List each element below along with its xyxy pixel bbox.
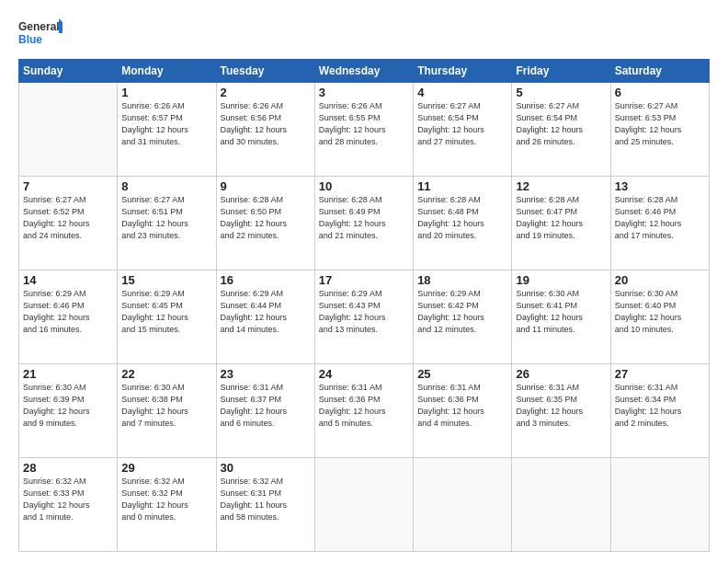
col-header-sunday: Sunday (19, 60, 118, 83)
cell-info: Sunrise: 6:28 AMSunset: 6:50 PMDaylight:… (221, 194, 311, 242)
cell-info: Sunrise: 6:30 AMSunset: 6:41 PMDaylight:… (516, 288, 606, 336)
calendar-cell: 24Sunrise: 6:31 AMSunset: 6:36 PMDayligh… (314, 364, 413, 458)
col-header-saturday: Saturday (610, 60, 709, 83)
calendar-cell (414, 458, 512, 552)
cell-info: Sunrise: 6:32 AMSunset: 6:31 PMDaylight:… (221, 476, 311, 523)
calendar-cell (314, 458, 413, 552)
cell-info: Sunrise: 6:31 AMSunset: 6:37 PMDaylight:… (221, 382, 311, 430)
cell-info: Sunrise: 6:27 AMSunset: 6:54 PMDaylight:… (516, 100, 606, 148)
cell-info: Sunrise: 6:30 AMSunset: 6:39 PMDaylight:… (23, 382, 113, 430)
day-number: 29 (121, 461, 211, 475)
calendar-cell: 15Sunrise: 6:29 AMSunset: 6:45 PMDayligh… (118, 270, 216, 364)
cell-info: Sunrise: 6:29 AMSunset: 6:46 PMDaylight:… (23, 288, 113, 336)
cell-info: Sunrise: 6:31 AMSunset: 6:34 PMDaylight:… (615, 382, 705, 430)
calendar-cell: 17Sunrise: 6:29 AMSunset: 6:43 PMDayligh… (314, 270, 413, 364)
calendar-cell: 29Sunrise: 6:32 AMSunset: 6:32 PMDayligh… (118, 458, 216, 552)
day-number: 25 (417, 367, 507, 381)
day-number: 28 (23, 461, 113, 475)
day-number: 22 (121, 367, 211, 381)
day-number: 26 (516, 367, 606, 381)
day-number: 17 (319, 273, 409, 287)
header: General Blue (18, 17, 710, 50)
calendar-cell (19, 83, 118, 177)
cell-info: Sunrise: 6:27 AMSunset: 6:51 PMDaylight:… (121, 194, 211, 242)
calendar-cell: 22Sunrise: 6:30 AMSunset: 6:38 PMDayligh… (118, 364, 216, 458)
calendar-cell: 23Sunrise: 6:31 AMSunset: 6:37 PMDayligh… (216, 364, 314, 458)
day-number: 12 (516, 179, 606, 193)
calendar-cell: 4Sunrise: 6:27 AMSunset: 6:54 PMDaylight… (414, 83, 512, 177)
calendar-cell: 7Sunrise: 6:27 AMSunset: 6:52 PMDaylight… (19, 177, 118, 270)
cell-info: Sunrise: 6:28 AMSunset: 6:49 PMDaylight:… (319, 194, 409, 242)
calendar-week-4: 21Sunrise: 6:30 AMSunset: 6:39 PMDayligh… (19, 364, 710, 458)
day-number: 11 (417, 179, 507, 193)
cell-info: Sunrise: 6:30 AMSunset: 6:38 PMDaylight:… (121, 382, 211, 430)
calendar-cell: 2Sunrise: 6:26 AMSunset: 6:56 PMDaylight… (216, 83, 314, 177)
col-header-monday: Monday (118, 60, 216, 83)
day-number: 13 (615, 179, 705, 193)
day-number: 5 (516, 86, 606, 99)
day-number: 9 (221, 179, 311, 193)
col-header-friday: Friday (512, 60, 610, 83)
col-header-thursday: Thursday (414, 60, 512, 83)
calendar-cell: 30Sunrise: 6:32 AMSunset: 6:31 PMDayligh… (216, 458, 314, 552)
cell-info: Sunrise: 6:27 AMSunset: 6:54 PMDaylight:… (417, 100, 507, 148)
calendar-cell: 5Sunrise: 6:27 AMSunset: 6:54 PMDaylight… (512, 83, 610, 177)
calendar-week-1: 1Sunrise: 6:26 AMSunset: 6:57 PMDaylight… (19, 83, 710, 177)
day-number: 16 (221, 273, 311, 287)
day-number: 2 (221, 86, 311, 99)
svg-marker-2 (59, 18, 64, 33)
day-number: 4 (417, 86, 507, 99)
calendar-cell: 3Sunrise: 6:26 AMSunset: 6:55 PMDaylight… (314, 83, 413, 177)
day-number: 3 (319, 86, 409, 99)
calendar-cell (610, 458, 709, 552)
calendar-cell: 18Sunrise: 6:29 AMSunset: 6:42 PMDayligh… (414, 270, 512, 364)
day-number: 20 (615, 273, 705, 287)
calendar-cell: 14Sunrise: 6:29 AMSunset: 6:46 PMDayligh… (19, 270, 118, 364)
cell-info: Sunrise: 6:30 AMSunset: 6:40 PMDaylight:… (615, 288, 705, 336)
calendar-cell: 16Sunrise: 6:29 AMSunset: 6:44 PMDayligh… (216, 270, 314, 364)
svg-text:Blue: Blue (18, 33, 42, 46)
day-number: 27 (615, 367, 705, 381)
cell-info: Sunrise: 6:29 AMSunset: 6:43 PMDaylight:… (319, 288, 409, 336)
calendar-cell: 20Sunrise: 6:30 AMSunset: 6:40 PMDayligh… (610, 270, 709, 364)
cell-info: Sunrise: 6:31 AMSunset: 6:35 PMDaylight:… (516, 382, 606, 430)
calendar-cell: 6Sunrise: 6:27 AMSunset: 6:53 PMDaylight… (610, 83, 709, 177)
cell-info: Sunrise: 6:26 AMSunset: 6:55 PMDaylight:… (319, 100, 409, 148)
day-number: 7 (23, 179, 113, 193)
day-number: 23 (221, 367, 311, 381)
calendar-cell: 10Sunrise: 6:28 AMSunset: 6:49 PMDayligh… (314, 177, 413, 270)
cell-info: Sunrise: 6:28 AMSunset: 6:48 PMDaylight:… (417, 194, 507, 242)
day-number: 10 (319, 179, 409, 193)
calendar-cell: 8Sunrise: 6:27 AMSunset: 6:51 PMDaylight… (118, 177, 216, 270)
cell-info: Sunrise: 6:31 AMSunset: 6:36 PMDaylight:… (417, 382, 507, 430)
cell-info: Sunrise: 6:26 AMSunset: 6:57 PMDaylight:… (121, 100, 211, 148)
calendar-cell: 19Sunrise: 6:30 AMSunset: 6:41 PMDayligh… (512, 270, 610, 364)
day-number: 30 (221, 461, 311, 475)
cell-info: Sunrise: 6:26 AMSunset: 6:56 PMDaylight:… (221, 100, 311, 148)
calendar-cell: 12Sunrise: 6:28 AMSunset: 6:47 PMDayligh… (512, 177, 610, 270)
calendar-cell: 11Sunrise: 6:28 AMSunset: 6:48 PMDayligh… (414, 177, 512, 270)
cell-info: Sunrise: 6:32 AMSunset: 6:32 PMDaylight:… (121, 476, 211, 523)
day-number: 18 (417, 273, 507, 287)
cell-info: Sunrise: 6:28 AMSunset: 6:47 PMDaylight:… (516, 194, 606, 242)
cell-info: Sunrise: 6:27 AMSunset: 6:52 PMDaylight:… (23, 194, 113, 242)
calendar-cell: 13Sunrise: 6:28 AMSunset: 6:46 PMDayligh… (610, 177, 709, 270)
cell-info: Sunrise: 6:28 AMSunset: 6:46 PMDaylight:… (615, 194, 705, 242)
logo-svg: General Blue (18, 17, 64, 50)
logo: General Blue (18, 17, 64, 50)
cell-info: Sunrise: 6:32 AMSunset: 6:33 PMDaylight:… (23, 476, 113, 523)
col-header-tuesday: Tuesday (216, 60, 314, 83)
day-number: 1 (121, 86, 211, 99)
calendar-cell: 21Sunrise: 6:30 AMSunset: 6:39 PMDayligh… (19, 364, 118, 458)
calendar-week-3: 14Sunrise: 6:29 AMSunset: 6:46 PMDayligh… (19, 270, 710, 364)
calendar-cell (512, 458, 610, 552)
cell-info: Sunrise: 6:29 AMSunset: 6:44 PMDaylight:… (221, 288, 311, 336)
calendar-cell: 26Sunrise: 6:31 AMSunset: 6:35 PMDayligh… (512, 364, 610, 458)
calendar-cell: 9Sunrise: 6:28 AMSunset: 6:50 PMDaylight… (216, 177, 314, 270)
calendar-week-5: 28Sunrise: 6:32 AMSunset: 6:33 PMDayligh… (19, 458, 710, 552)
calendar-cell: 27Sunrise: 6:31 AMSunset: 6:34 PMDayligh… (610, 364, 709, 458)
header-row: SundayMondayTuesdayWednesdayThursdayFrid… (19, 60, 710, 83)
day-number: 6 (615, 86, 705, 99)
calendar-cell: 28Sunrise: 6:32 AMSunset: 6:33 PMDayligh… (19, 458, 118, 552)
day-number: 8 (121, 179, 211, 193)
